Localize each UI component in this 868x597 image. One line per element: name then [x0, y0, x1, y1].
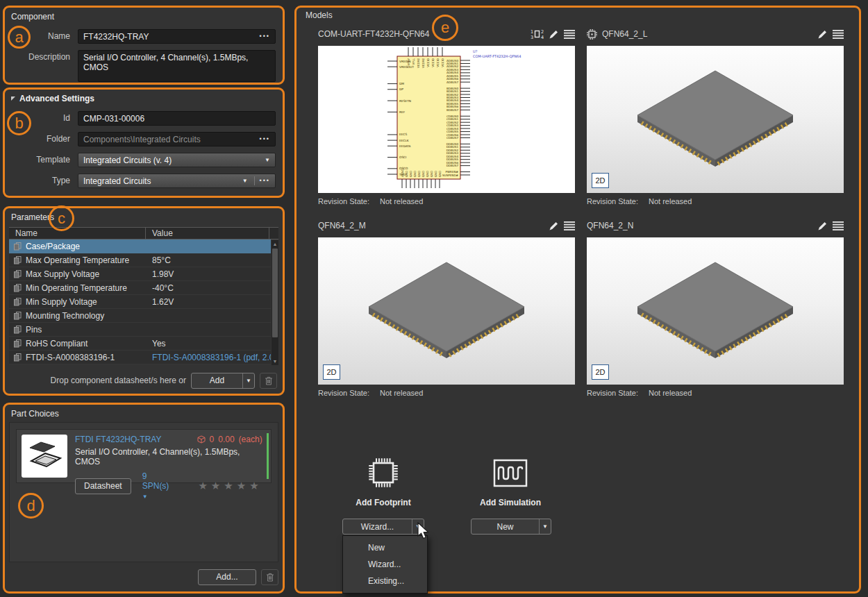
add-footprint-button[interactable]: Wizard... ▼ [342, 519, 424, 535]
parameter-value: 1.62V [145, 297, 271, 307]
menu-icon[interactable] [833, 221, 844, 230]
menu-icon[interactable] [833, 30, 844, 39]
document-icon [9, 298, 26, 306]
parameter-row[interactable]: Min Supply Voltage1.62V [9, 295, 271, 309]
2d-badge[interactable]: 2D [592, 364, 609, 380]
scroll-down-icon[interactable]: ▼ [272, 358, 278, 365]
parameter-row[interactable]: Pins [9, 323, 271, 337]
add-simulation-block: Add Simulation [465, 456, 556, 507]
column-header-name[interactable]: Name [9, 228, 145, 238]
svg-text:VCCIO: VCCIO [441, 58, 444, 67]
parameter-value-link[interactable]: FTDI-S-A0008383196-1 (pdf, 2.077 [145, 353, 271, 362]
svg-text:DM: DM [399, 82, 404, 85]
svg-text:DDBUS7: DDBUS7 [446, 164, 459, 167]
parameter-row[interactable]: Max Supply Voltage1.98V [9, 267, 271, 281]
model-card-footprint-L[interactable]: QFN64_2_L 2D Revision State: Not release… [587, 25, 844, 205]
svg-text:BDBUS7: BDBUS7 [446, 108, 458, 112]
parameter-row[interactable]: Mounting Technology [9, 309, 271, 323]
parameter-row[interactable]: Max Operating Temperature85°C [9, 253, 271, 267]
part-choice-card[interactable]: FTDI FT4232HQ-TRAY 0 0.00 (each) Serial … [16, 429, 272, 483]
parameter-name: Max Operating Temperature [26, 255, 145, 265]
datasheet-button[interactable]: Datasheet [75, 478, 131, 494]
scroll-up-icon[interactable]: ▲ [272, 240, 278, 248]
scrollbar[interactable]: ▲ ▼ [272, 240, 278, 365]
delete-parameter-button[interactable] [260, 373, 277, 389]
parameter-row[interactable]: Min Operating Temperature-40°C [9, 281, 271, 295]
svg-text:EECS: EECS [399, 133, 407, 136]
chevron-down-icon[interactable]: ▼ [539, 519, 551, 534]
footprint-3d-preview[interactable]: 2D [318, 237, 575, 385]
model-title: QFN64_2_M [318, 221, 366, 230]
parameter-name: Pins [26, 325, 145, 335]
edit-pencil-icon[interactable] [549, 221, 559, 231]
component-panel: Component Name FT4232HQ-TRAY ••• Descrip… [3, 6, 285, 85]
2d-badge[interactable]: 2D [592, 173, 609, 188]
revision-state-value: Not released [649, 389, 692, 397]
chip-icon [587, 29, 597, 40]
chevron-down-icon[interactable]: ▼ [242, 373, 254, 388]
name-input[interactable]: FT4232HQ-TRAY ••• [78, 29, 276, 44]
id-input[interactable]: CMP-031-00006 [78, 111, 276, 126]
svg-text:REF: REF [399, 110, 406, 114]
ellipsis-icon[interactable]: ••• [260, 136, 270, 142]
add-parameter-button[interactable]: Add ▼ [191, 373, 255, 389]
parameters-table-header: Name Value [9, 227, 278, 239]
scroll-thumb[interactable] [272, 249, 278, 337]
type-select[interactable]: Integrated Circuits ▼ ••• [78, 174, 276, 188]
delete-part-choice-button[interactable] [261, 569, 278, 585]
parameter-row[interactable]: FTDI-S-A0008383196-1FTDI-S-A0008383196-1… [9, 351, 271, 364]
folder-input[interactable]: Components\Integrated Circuits ••• [78, 132, 276, 146]
model-card-footprint-M[interactable]: QFN64_2_M 2D Revision State: Not release… [318, 217, 575, 397]
part-price: 0 0.00 (each) [197, 435, 262, 444]
template-select[interactable]: Integrated Circuits (v. 4) ▼ [78, 153, 276, 167]
edit-pencil-icon[interactable] [549, 29, 559, 40]
ellipsis-icon[interactable]: ••• [260, 33, 270, 40]
svg-text:RESETN: RESETN [399, 99, 411, 103]
pin-mapping-icon[interactable]: 13 24 [531, 29, 544, 39]
parameter-name: RoHS Compliant [26, 339, 145, 348]
menu-icon[interactable] [564, 221, 575, 230]
collapse-icon [11, 96, 15, 101]
model-card-symbol[interactable]: COM-UART-FT4232H-QFN64 13 24 VREGINVREGO… [318, 25, 575, 205]
model-title: COM-UART-FT4232H-QFN64 [318, 29, 429, 39]
model-card-footprint-N[interactable]: QFN64_2_N 2D Revision State: Not release… [587, 217, 844, 397]
menu-icon[interactable] [564, 30, 575, 39]
simulation-icon [493, 456, 528, 489]
menu-item-existing[interactable]: Existing... [343, 573, 427, 589]
chevron-down-icon: ▼ [242, 178, 248, 184]
footprint-icon [367, 456, 400, 489]
footprint-3d-preview[interactable]: 2D [587, 237, 844, 385]
parameter-name: Min Operating Temperature [26, 283, 145, 293]
parameter-row[interactable]: RoHS CompliantYes [9, 337, 271, 351]
2d-badge[interactable]: 2D [323, 364, 340, 380]
mouse-cursor [417, 522, 430, 540]
parameter-value: 1.98V [145, 269, 271, 279]
parameter-value: -40°C [145, 283, 271, 293]
svg-text:VCCIO: VCCIO [426, 58, 430, 67]
document-icon [9, 284, 26, 292]
advanced-settings-header[interactable]: Advanced Settings [5, 90, 283, 105]
model-title: QFN64_2_L [602, 29, 647, 39]
column-header-value[interactable]: Value [145, 228, 269, 239]
revision-state-label: Revision State: [587, 197, 638, 205]
add-simulation-button[interactable]: New ▼ [471, 519, 551, 535]
add-part-choice-button[interactable]: Add... [198, 569, 256, 585]
part-title-link[interactable]: FTDI FT4232HQ-TRAY [75, 435, 161, 444]
svg-text:VCCIO: VCCIO [436, 58, 440, 67]
annotation-e: e [432, 15, 458, 41]
svg-text:EECLK: EECLK [399, 139, 409, 142]
symbol-preview[interactable]: VREGINVREGOUTDMDPRESETNREFEECSEECLKEEDAT… [318, 46, 575, 193]
svg-text:VPLL: VPLL [412, 58, 415, 65]
ellipsis-icon[interactable]: ••• [260, 178, 270, 184]
edit-pencil-icon[interactable] [817, 221, 828, 231]
menu-item-new[interactable]: New [343, 539, 427, 556]
footprint-3d-preview[interactable]: 2D [587, 46, 844, 193]
edit-pencil-icon[interactable] [817, 29, 828, 40]
description-input[interactable]: Serial I/O Controller, 4 Channel(s), 1.5… [78, 50, 276, 82]
menu-item-wizard[interactable]: Wizard... [343, 556, 427, 573]
document-icon [9, 312, 26, 320]
spn-dropdown[interactable]: 9 SPN(s) ▼ [142, 471, 169, 501]
svg-text:U?: U? [473, 49, 478, 53]
parameter-row[interactable]: Case/Package [9, 239, 271, 253]
star-rating[interactable]: ★★★★★ [198, 480, 262, 492]
